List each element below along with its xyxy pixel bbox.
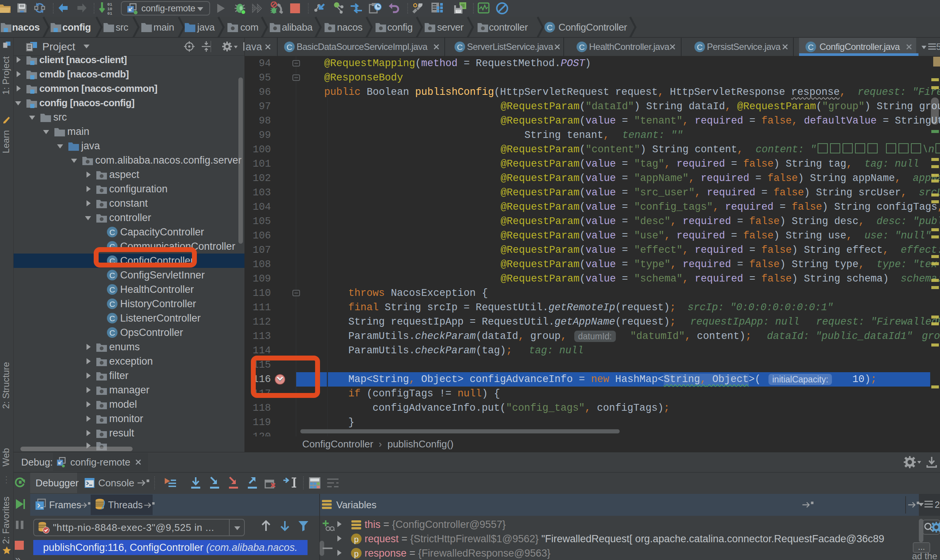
svg-text:C: C — [697, 43, 702, 51]
svg-text:C: C — [109, 328, 115, 337]
svg-text:10: 10 — [107, 7, 112, 11]
svg-text:C: C — [109, 300, 115, 308]
svg-text:C: C — [579, 43, 584, 51]
svg-text:C: C — [547, 23, 552, 32]
svg-text:C: C — [109, 271, 115, 280]
svg-text:C: C — [808, 43, 813, 51]
svg-text:01: 01 — [107, 2, 113, 7]
svg-text:C: C — [109, 228, 115, 237]
svg-text:p: p — [354, 535, 359, 544]
svg-text:C: C — [286, 43, 292, 51]
svg-text:C: C — [457, 43, 462, 51]
svg-text:p: p — [354, 549, 359, 558]
svg-text:C: C — [109, 314, 115, 323]
svg-text:C: C — [109, 285, 115, 294]
svg-text:01: 01 — [107, 11, 113, 16]
